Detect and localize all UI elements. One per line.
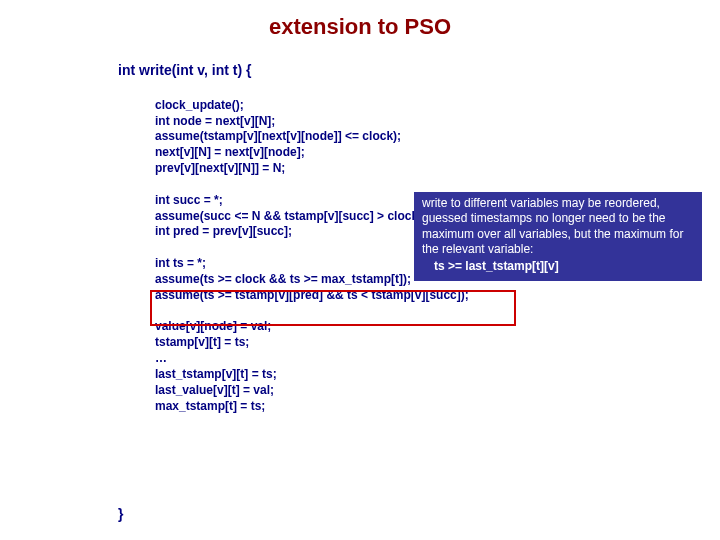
code-block-4: value[v][node] = val; tstamp[v][t] = ts;… [155, 319, 277, 412]
function-signature: int write(int v, int t) { [118, 62, 252, 78]
callout-box: write to different variables may be reor… [414, 192, 702, 281]
callout-text: write to different variables may be reor… [422, 196, 694, 257]
slide-title: extension to PSO [0, 0, 720, 40]
highlight-box [150, 290, 516, 326]
code-block-2: int succ = *; assume(succ <= N && tstamp… [155, 193, 426, 239]
close-brace: } [118, 506, 123, 522]
callout-constraint: ts >= last_tstamp[t][v] [434, 259, 694, 274]
code-block-1: clock_update(); int node = next[v][N]; a… [155, 98, 401, 175]
